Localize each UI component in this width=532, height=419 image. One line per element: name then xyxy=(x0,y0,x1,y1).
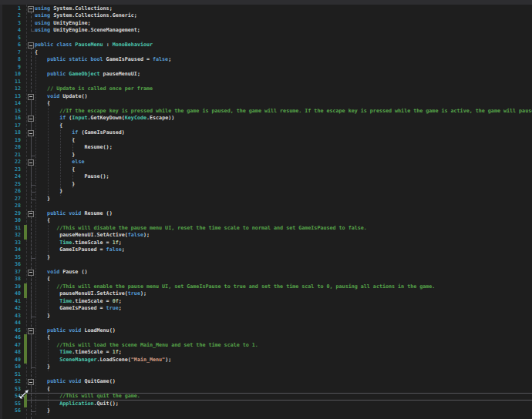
code-line[interactable]: 36 xyxy=(0,261,532,269)
fold-collapse-icon[interactable] xyxy=(28,94,34,100)
code-text: Pause(); xyxy=(35,173,109,181)
code-line[interactable]: 52 public void QuitGame() xyxy=(0,378,532,386)
outline-guide xyxy=(31,216,32,258)
code-token: // Update is called once per frame xyxy=(47,85,153,92)
code-line[interactable]: 34 GameIsPaused = false; xyxy=(0,246,532,254)
code-line[interactable]: 22 else xyxy=(0,159,532,166)
code-line[interactable]: 39 //This will enable the pause menu UI,… xyxy=(0,283,532,291)
code-line[interactable]: 31 //This will disable the pause menu UI… xyxy=(0,225,532,233)
code-token: ; xyxy=(168,56,171,62)
line-number: 5 xyxy=(0,35,21,42)
code-text: } xyxy=(35,313,50,320)
code-line[interactable]: 5 xyxy=(0,35,532,42)
code-line[interactable]: 55 Application.Quit(); xyxy=(0,401,532,408)
code-line[interactable]: 16 if (Input.GetKeyDown(KeyCode.Escape)) xyxy=(0,115,532,122)
code-text: public void Resume () xyxy=(35,210,113,218)
code-token: GameObject xyxy=(69,71,99,77)
code-line[interactable]: 45 public void LoadMenu() xyxy=(0,327,532,335)
code-line[interactable]: 33 Time.timeScale = 1f; xyxy=(0,240,532,247)
code-token: "Main_Menu" xyxy=(131,357,165,363)
code-line[interactable]: 3using UnityEngine; xyxy=(0,20,532,28)
line-number: 20 xyxy=(0,144,21,152)
code-line[interactable]: 28 xyxy=(0,203,532,210)
code-line[interactable]: 1using System.Collections; xyxy=(0,5,532,13)
code-line[interactable]: 4using UnityEngine.SceneManagement; xyxy=(0,27,532,35)
code-token: ); xyxy=(143,232,150,238)
code-line[interactable]: 24 Pause(); xyxy=(0,173,532,181)
code-line[interactable]: 51 xyxy=(0,371,532,379)
code-line[interactable]: 49 SceneManager.LoadScene("Main_Menu"); xyxy=(0,357,532,364)
code-line[interactable]: 40 pauseMenuUI.SetActive(true); xyxy=(0,290,532,298)
code-line[interactable]: 47 //This will load the scene Main_Menu … xyxy=(0,342,532,350)
fold-collapse-icon[interactable] xyxy=(28,116,34,122)
code-line[interactable]: 29 public void Resume () xyxy=(0,210,532,218)
code-line[interactable]: 46 { xyxy=(0,334,532,342)
code-token: pauseMenuUI.SetActive( xyxy=(35,232,128,238)
code-line[interactable]: 11 xyxy=(0,79,532,86)
code-line[interactable]: 17 { xyxy=(0,122,532,130)
code-line[interactable]: 7{ xyxy=(0,49,532,57)
line-number: 28 xyxy=(0,203,21,210)
code-line[interactable]: 44 xyxy=(0,320,532,327)
fold-collapse-icon[interactable] xyxy=(28,130,34,136)
code-line[interactable]: 13 void Update() xyxy=(0,93,532,101)
code-line[interactable]: 37 void Pause () xyxy=(0,269,532,277)
code-line[interactable]: 38 { xyxy=(0,276,532,283)
code-line[interactable]: 9 xyxy=(0,64,532,72)
fold-collapse-icon[interactable] xyxy=(28,6,34,12)
code-line[interactable]: 15 //If the escape key is pressed while … xyxy=(0,108,532,116)
code-line[interactable]: 10 public GameObject pauseMenuUI; xyxy=(0,71,532,79)
code-line[interactable]: 43 } xyxy=(0,313,532,320)
code-text: Time.timeScale = 1f; xyxy=(35,349,122,357)
code-token: } xyxy=(35,407,50,414)
line-number: 38 xyxy=(0,276,21,283)
code-line[interactable]: 14 { xyxy=(0,100,532,108)
code-token: ; xyxy=(119,349,122,355)
code-line[interactable]: 18 if (GameIsPaused) xyxy=(0,129,532,137)
fold-collapse-icon[interactable] xyxy=(28,270,34,276)
line-number: 31 xyxy=(0,225,21,233)
code-editor[interactable]: 1using System.Collections;2using System.… xyxy=(0,0,532,419)
line-number: 29 xyxy=(0,210,21,218)
line-number: 39 xyxy=(0,283,21,291)
code-line[interactable]: 50 } xyxy=(0,364,532,371)
code-token: GameIsPaused = xyxy=(35,305,106,311)
code-line[interactable]: 23 { xyxy=(0,166,532,174)
code-text: using UnityEngine.SceneManagement; xyxy=(35,27,140,35)
fold-collapse-icon[interactable] xyxy=(28,379,34,385)
fold-collapse-icon[interactable] xyxy=(28,159,34,166)
code-line[interactable]: 27 } xyxy=(0,196,532,203)
code-token xyxy=(35,401,59,407)
code-line[interactable]: 25 } xyxy=(0,181,532,189)
line-number: 56 xyxy=(0,407,21,415)
fold-collapse-icon[interactable] xyxy=(28,42,34,49)
code-token: //This will disable the pause menu UI, r… xyxy=(56,225,367,231)
fold-collapse-icon[interactable] xyxy=(28,328,34,334)
fold-collapse-icon[interactable] xyxy=(28,211,34,217)
code-line[interactable]: 20 Resume(); xyxy=(0,144,532,152)
outline-guide-foot xyxy=(31,31,35,32)
code-line[interactable]: 19 { xyxy=(0,137,532,145)
code-line[interactable]: 56 } xyxy=(0,407,532,415)
code-line[interactable]: 42 GameIsPaused = true; xyxy=(0,305,532,313)
code-line[interactable]: 30 { xyxy=(0,217,532,225)
code-line[interactable]: 8 public static bool GameIsPaused = fals… xyxy=(0,56,532,64)
code-line[interactable]: 12 // Update is called once per frame xyxy=(0,85,532,93)
code-line[interactable]: 2using System.Collections.Generic; xyxy=(0,12,532,20)
line-number: 27 xyxy=(0,196,21,203)
code-line[interactable]: 32 pauseMenuUI.SetActive(false); xyxy=(0,232,532,240)
code-line[interactable]: 21 } xyxy=(0,152,532,159)
code-line[interactable]: 41 Time.timeScale = 0f; xyxy=(0,298,532,306)
code-line[interactable]: 26 } xyxy=(0,188,532,196)
code-token: GameIsPaused = xyxy=(35,246,106,253)
code-line[interactable]: 48 Time.timeScale = 1f; xyxy=(0,349,532,357)
code-text: public GameObject pauseMenuUI; xyxy=(35,71,140,79)
code-line[interactable]: 6public class PauseMenu : MonoBehaviour xyxy=(0,42,532,49)
line-number: 4 xyxy=(0,27,21,35)
line-number: 8 xyxy=(0,56,21,64)
code-token: public void xyxy=(47,327,81,334)
code-line[interactable]: 35 } xyxy=(0,254,532,262)
code-line[interactable]: 53 { xyxy=(0,386,532,394)
change-tracking-bar xyxy=(24,283,27,291)
code-text: Application.Quit(); xyxy=(35,401,119,408)
